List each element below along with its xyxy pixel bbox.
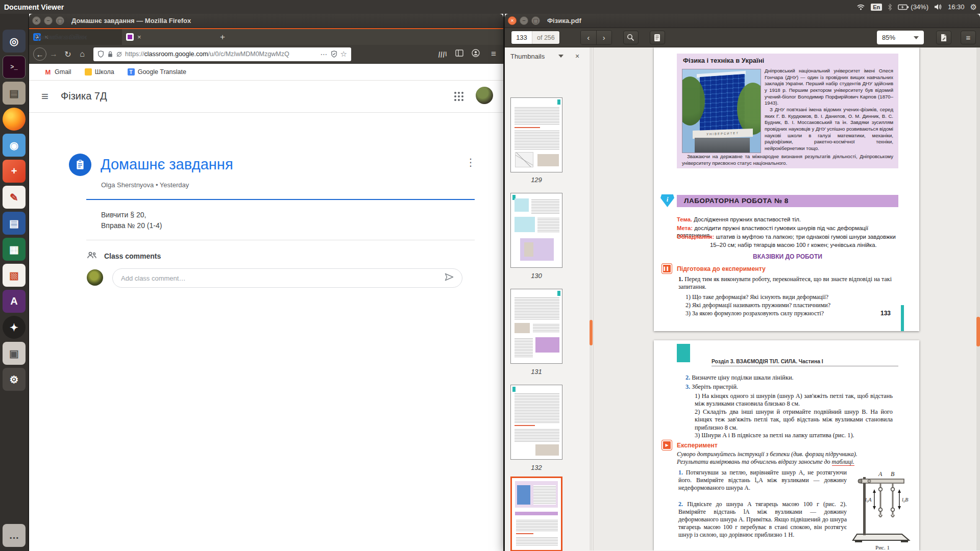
permissions-icon[interactable] — [116, 52, 122, 57]
chevron-down-icon[interactable] — [558, 55, 564, 58]
thumbnail-page-130[interactable] — [510, 193, 562, 268]
battery-indicator[interactable]: (34%) — [898, 3, 928, 11]
comment-input[interactable] — [121, 274, 445, 282]
page-number-input[interactable] — [511, 31, 532, 44]
thumbnail-label: 131 — [510, 368, 562, 375]
dock-ubuntu-software-icon[interactable]: ◎ — [3, 30, 26, 53]
previous-page-button[interactable]: ‹ — [581, 31, 596, 44]
sidebar-title[interactable]: Thumbnails — [510, 53, 545, 60]
system-tray[interactable]: En (34%) 16:30 ⚙ — [856, 0, 977, 14]
tab-kalimba[interactable]: Калимба в Одессе. Цен × — [122, 29, 215, 45]
next-page-button[interactable]: › — [596, 31, 611, 44]
dock-purple-a-app-icon[interactable]: A — [3, 290, 26, 313]
thumbnail-page-132[interactable] — [510, 385, 562, 460]
sidebar-scrollbar[interactable] — [590, 47, 593, 550]
sidebar-icon[interactable] — [455, 49, 463, 59]
tab-close-icon[interactable]: × — [137, 33, 141, 41]
bluetooth-icon[interactable] — [888, 4, 892, 11]
dock-updater-icon[interactable]: + — [3, 160, 26, 183]
google-apps-grid-icon[interactable] — [454, 92, 463, 101]
maximize-button[interactable]: ▢ — [56, 16, 64, 25]
zoom-level-dropdown[interactable]: 85% — [877, 31, 924, 44]
class-comments-header: Class comments — [87, 251, 161, 261]
launcher-dock: ◎ >_ ▤ ◉ + ✎ ▤ ▦ ▧ A ✦ ▣ ⚙ … — [0, 14, 28, 551]
minimize-button[interactable]: − — [520, 16, 528, 25]
evince-titlebar[interactable]: × − ▢ Фізика.pdf — [505, 14, 980, 28]
bookmark-star-icon[interactable]: ☆ — [340, 49, 347, 59]
user-avatar[interactable] — [476, 87, 493, 104]
shield-icon[interactable] — [97, 51, 104, 58]
dock-terminal-icon[interactable]: >_ — [3, 56, 26, 79]
thumbnail-page-129[interactable] — [510, 97, 562, 172]
comment-avatar — [87, 269, 103, 286]
account-icon[interactable] — [472, 49, 480, 59]
dock-dark-app-icon[interactable]: ✦ — [3, 316, 26, 339]
cord-a-label: A — [878, 470, 883, 478]
course-title[interactable]: Фізика 7Д — [61, 90, 107, 102]
shield-check-icon[interactable] — [331, 51, 337, 58]
annotation-button[interactable] — [650, 31, 665, 44]
page-number-printed: 133 — [880, 310, 891, 317]
session-gear-icon[interactable]: ⚙ — [970, 3, 977, 12]
dock-calc-icon[interactable]: ▦ — [3, 238, 26, 261]
thumbnail-page-133-selected[interactable] — [510, 477, 562, 551]
volume-icon[interactable] — [934, 4, 942, 10]
pdf-page-133: Фізика і техніка в Україні УНІВЕРСИТЕТ Д… — [654, 47, 919, 331]
prep-step-icon: ▌▌ — [662, 264, 672, 273]
lab-work-header: ЛАБОРАТОРНА РОБОТА № 8 — [677, 195, 898, 207]
gmail-icon: M — [44, 68, 52, 76]
dock-impress-icon[interactable]: ▧ — [3, 264, 26, 287]
bookmark-gmail[interactable]: MGmail — [44, 68, 71, 76]
url-text[interactable]: https://classroom.google.com/u/0/c/MzIwM… — [125, 51, 317, 58]
forward-button[interactable]: → — [46, 49, 61, 59]
library-icon[interactable]: |||\ — [438, 51, 448, 58]
dock-files-icon[interactable]: ▤ — [3, 82, 26, 105]
sidebar-close-icon[interactable]: × — [575, 52, 579, 60]
divider — [86, 240, 475, 240]
keyboard-layout-indicator[interactable]: En — [871, 4, 882, 11]
pdf-main-view[interactable]: Фізика і техніка в Україні УНІВЕРСИТЕТ Д… — [594, 47, 980, 550]
back-button[interactable]: ← — [33, 47, 46, 61]
sidebar-scrollbar-thumb[interactable] — [590, 320, 593, 345]
comment-input-pill[interactable] — [112, 268, 462, 288]
kebab-menu-icon[interactable]: ⋮ — [465, 156, 476, 168]
app-menu-button[interactable]: ≡ — [961, 31, 976, 44]
page-actions-icon[interactable]: ⋯ — [321, 50, 328, 58]
hamburger-menu-icon[interactable]: ≡ — [491, 49, 496, 59]
assignment-text-line: Вправа № 20 (1-4) — [101, 221, 162, 230]
document-properties-button[interactable] — [936, 31, 951, 44]
bookmark-shkola[interactable]: Школа — [85, 68, 114, 76]
home-button[interactable]: ⌂ — [75, 49, 89, 59]
reload-button[interactable]: ↻ — [61, 49, 75, 59]
firefox-titlebar[interactable]: × − ▢ Домашнє завдання — Mozilla Firefox — [29, 14, 503, 28]
clock[interactable]: 16:30 — [948, 3, 965, 11]
main-scrollbar[interactable] — [976, 47, 980, 550]
paragraph: Дніпровський національний університет ім… — [765, 68, 893, 107]
main-menu-icon[interactable]: ≡ — [41, 89, 48, 104]
main-scrollbar-thumb[interactable] — [976, 317, 980, 346]
close-button[interactable]: × — [32, 16, 41, 25]
send-icon[interactable] — [445, 273, 454, 283]
dock-tweaks-icon[interactable]: ⚙ — [3, 368, 26, 391]
maximize-button[interactable]: ▢ — [531, 16, 540, 25]
search-button[interactable] — [623, 31, 639, 44]
dock-firefox-icon[interactable] — [3, 108, 26, 131]
dock-archive-app-icon[interactable]: ▣ — [3, 342, 26, 365]
chapter-header: Розділ 3. ВЗАЄМОДІЯ ТІЛ. СИЛА. Частина I — [712, 359, 898, 366]
assignment-text-line: Вивчити § 20, — [101, 211, 146, 219]
window-title: Фізика.pdf — [547, 17, 581, 24]
wifi-icon[interactable] — [856, 4, 865, 10]
bookmark-google-translate[interactable]: TGoogle Translate — [128, 68, 186, 76]
dock-messenger-icon[interactable]: … — [3, 524, 26, 547]
thumbnail-page-131[interactable] — [510, 289, 562, 364]
dock-writer-icon[interactable]: ▤ — [3, 212, 26, 235]
url-bar[interactable]: https://classroom.google.com/u/0/c/MzIwM… — [93, 47, 351, 61]
new-tab-button[interactable]: + — [215, 29, 230, 45]
dock-text-editor-icon[interactable]: ✎ — [3, 186, 26, 209]
page-number-entry[interactable]: of 256 — [511, 31, 560, 44]
lock-icon[interactable] — [107, 51, 113, 58]
dock-webcam-icon[interactable]: ◉ — [3, 134, 26, 157]
close-button[interactable]: × — [508, 16, 517, 25]
minimize-button[interactable]: − — [44, 16, 53, 25]
document-viewer-window: × − ▢ Фізика.pdf of 256 ‹ › 85% ≡ — [505, 14, 980, 551]
